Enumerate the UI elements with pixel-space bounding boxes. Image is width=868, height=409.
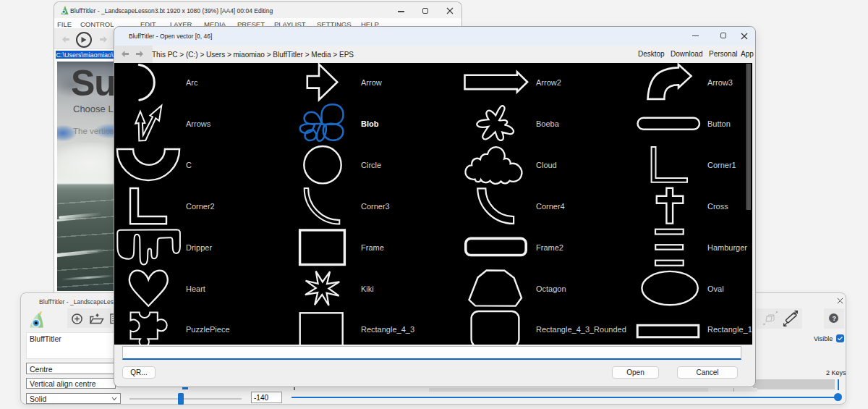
svg-text:Cross: Cross <box>707 202 728 211</box>
svg-text:Dripper: Dripper <box>186 243 212 252</box>
svg-text:Frame: Frame <box>361 243 384 252</box>
svg-text:Boeba: Boeba <box>536 119 560 128</box>
svg-text:Arrow3: Arrow3 <box>707 78 733 87</box>
svg-text:Button: Button <box>707 119 731 128</box>
svg-text:Corner3: Corner3 <box>361 202 390 211</box>
svg-text:Frame2: Frame2 <box>536 243 563 252</box>
svg-text:Arrow2: Arrow2 <box>536 78 561 87</box>
svg-text:Oval: Oval <box>707 284 724 293</box>
svg-text:Corner2: Corner2 <box>186 202 215 211</box>
svg-text:Kiki: Kiki <box>361 284 374 293</box>
svg-text:Circle: Circle <box>361 161 381 169</box>
svg-text:Cloud: Cloud <box>536 161 557 169</box>
svg-text:Corner4: Corner4 <box>536 202 565 211</box>
svg-text:Arrow: Arrow <box>361 78 382 87</box>
svg-text:Rectangle_4_3: Rectangle_4_3 <box>361 325 414 334</box>
svg-text:Blob: Blob <box>361 119 379 128</box>
svg-text:Arrows: Arrows <box>186 119 211 128</box>
svg-text:Heart: Heart <box>186 284 205 293</box>
svg-text:Corner1: Corner1 <box>707 161 736 169</box>
svg-text:Arc: Arc <box>186 78 198 87</box>
svg-text:C: C <box>186 161 192 169</box>
svg-text:Rectangle_4_3_Rounded: Rectangle_4_3_Rounded <box>536 325 626 334</box>
svg-text:PuzzlePiece: PuzzlePiece <box>186 325 230 334</box>
svg-text:Octagon: Octagon <box>536 284 566 293</box>
svg-text:Hamburger: Hamburger <box>707 243 747 252</box>
svg-text:Rectangle_16: Rectangle_16 <box>707 325 752 334</box>
